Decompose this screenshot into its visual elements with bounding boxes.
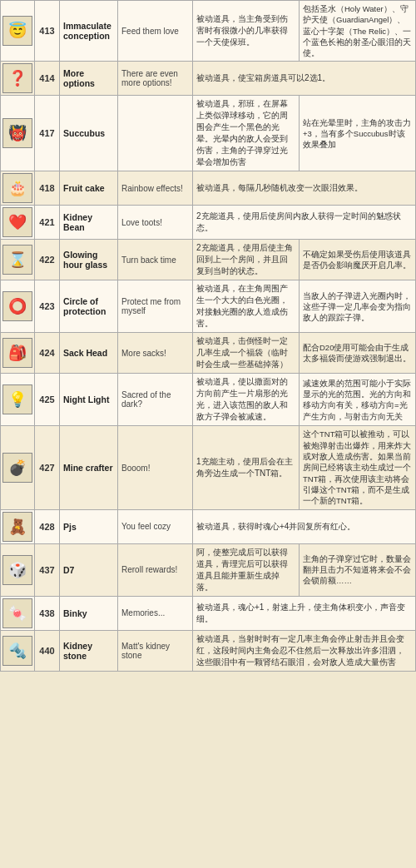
item-en-desc: More sacks!: [118, 333, 193, 374]
item-id: 422: [35, 240, 60, 280]
item-en-desc: You feel cozy: [118, 509, 193, 543]
item-cn-desc: 2充能道具，使用后使主角回到上一个房间，并且回复到当时的状态。: [193, 240, 300, 280]
item-icon: 🎲: [1, 543, 35, 596]
item-name: Fruit cake: [60, 171, 118, 206]
table-row: 🔩 440 Kidney stone Matt's kidney stone 被…: [1, 630, 416, 671]
item-icon: 🍬: [1, 596, 35, 630]
item-en-desc: Turn back time: [118, 240, 193, 280]
item-id: 438: [35, 596, 60, 630]
table-row: ❓ 414 More options There are even more o…: [1, 62, 416, 96]
item-icon: 🎒: [1, 333, 35, 374]
item-id: 418: [35, 171, 60, 206]
item-note: 包括圣水（Holy Water）、守护天使（GuardianAngel）、蓝心十…: [300, 1, 416, 62]
item-cn-desc: 1充能主动，使用后会在主角旁边生成一个TNT箱。: [193, 426, 300, 509]
item-name: Immaculate conception: [60, 1, 118, 62]
item-icon: ⌛: [1, 240, 35, 280]
item-cn-desc: 被动道具，当射时时有一定几率主角会停止射击并且会变红，这段时间内主角会忍不住然后…: [193, 630, 416, 671]
item-id: 423: [35, 280, 60, 333]
item-name: Kidney stone: [60, 630, 118, 671]
item-cn-desc: 被动道具，使宝箱房道具可以2选1。: [193, 62, 416, 96]
item-en-desc: Booom!: [118, 426, 193, 509]
item-note: 不确定如果受伤后使用该道具是否仍会影响魔厌开启几率。: [300, 240, 416, 280]
item-note: 配合D20使用可能会由于生成太多福袋而使游戏强制退出。: [300, 333, 416, 374]
item-cn-desc: 2充能道具，使用后使房间内敌人获得一定时间的魅惑状态。: [193, 206, 416, 240]
item-icon: 💣: [1, 426, 35, 509]
item-name: Sack Head: [60, 333, 118, 374]
item-name: Pjs: [60, 509, 118, 543]
item-name: D7: [60, 543, 118, 596]
item-en-desc: Rainbow effects!: [118, 171, 193, 206]
table-row: 🧸 428 Pjs You feel cozy 被动道具，获得时魂心+4并回复所…: [1, 509, 416, 543]
item-cn-desc: 被动道具，使以撒面对的方向前产生一片扇形的光光，进入该范围的敌人和敌方子弹会被减…: [193, 374, 300, 426]
item-icon: 🎂: [1, 171, 35, 206]
item-cn-desc: 阿，使整完成后可以获得道具，青理完后可以获得道具且能并重新生成掉落。: [193, 543, 300, 596]
items-table: 😇 413 Immaculate conception Feed them lo…: [0, 0, 416, 672]
item-cn-desc: 被动道具，魂心+1，射速上升，使主角体积变小，声音变细。: [193, 596, 416, 630]
item-note: 减速效果的范围可能小于实际显示的光的范围。光的方向和移动方向有关，移动方向=光产…: [300, 374, 416, 426]
table-row: 🍬 438 Binky Memories... 被动道具，魂心+1，射速上升，使…: [1, 596, 416, 630]
table-row: 💣 427 Mine crafter Booom! 1充能主动，使用后会在主角旁…: [1, 426, 416, 509]
table-row: ⭕ 423 Circle of protection Protect me fr…: [1, 280, 416, 333]
item-cn-desc: 被动道具，当主角受到伤害时有很微小的几率获得一个天使保班。: [193, 1, 300, 62]
item-en-desc: Sacred of the dark?: [118, 374, 193, 426]
item-id: 437: [35, 543, 60, 596]
item-name: Binky: [60, 596, 118, 630]
item-id: 414: [35, 62, 60, 96]
item-id: 427: [35, 426, 60, 509]
item-cn-desc: 被动道具，邪班，在屏幕上类似弹球移动，它的周围会产生一个黑色的光晕。光晕内的敌人…: [193, 96, 300, 171]
item-id: 424: [35, 333, 60, 374]
item-icon: ⭕: [1, 280, 35, 333]
item-note: 站在光晕里时，主角的攻击力+3，当有多个Succubus时该效果叠加: [300, 96, 416, 171]
item-icon: 💡: [1, 374, 35, 426]
item-en-desc: Love toots!: [118, 206, 193, 240]
table-row: ❤️ 421 Kidney Bean Love toots! 2充能道具，使用后…: [1, 206, 416, 240]
item-cn-desc: 被动道具，击倒怪时一定几率生成一个福袋（临时时会生成一些基础掉落）: [193, 333, 300, 374]
item-en-desc: Reroll rewards!: [118, 543, 193, 596]
item-id: 417: [35, 96, 60, 171]
item-note: 当敌人的子弹进入光圈内时，这些子弹一定几率会变为指向敌人的跟踪子弹。: [300, 280, 416, 333]
item-name: Succubus: [60, 96, 118, 171]
item-cn-desc: 被动道具，每隔几秒随机改变一次眼泪效果。: [193, 171, 416, 206]
table-row: 💡 425 Night Light Sacred of the dark? 被动…: [1, 374, 416, 426]
item-en-desc: There are even more options!: [118, 62, 193, 96]
item-id: 440: [35, 630, 60, 671]
item-id: 421: [35, 206, 60, 240]
item-en-desc: Feed them love: [118, 1, 193, 62]
item-name: Glowing hour glass: [60, 240, 118, 280]
item-name: Circle of protection: [60, 280, 118, 333]
item-en-desc: Protect me from myself: [118, 280, 193, 333]
item-icon: ❤️: [1, 206, 35, 240]
item-name: More options: [60, 62, 118, 96]
item-en-desc: Matt's kidney stone: [118, 630, 193, 671]
table-row: 🎲 437 D7 Reroll rewards! 阿，使整完成后可以获得道具，青…: [1, 543, 416, 596]
item-id: 428: [35, 509, 60, 543]
item-name: Mine crafter: [60, 426, 118, 509]
item-name: Night Light: [60, 374, 118, 426]
item-cn-desc: 被动道具，获得时魂心+4并回复所有红心。: [193, 509, 416, 543]
item-icon: 🧸: [1, 509, 35, 543]
table-row: 🎒 424 Sack Head More sacks! 被动道具，击倒怪时一定几…: [1, 333, 416, 374]
table-row: 😇 413 Immaculate conception Feed them lo…: [1, 1, 416, 62]
item-icon: 😇: [1, 1, 35, 62]
item-id: 413: [35, 1, 60, 62]
item-id: 425: [35, 374, 60, 426]
item-name: Kidney Bean: [60, 206, 118, 240]
item-icon: 🔩: [1, 630, 35, 671]
item-note: 这个TNT箱可以被推动，可以被炮弹射击出爆炸，用来炸大或对敌人造成伤害。如果当前…: [300, 426, 416, 509]
item-icon: 👹: [1, 96, 35, 171]
item-note: 主角的子弹穿过它时，数量会翻并且击力不知道将来会不会会锁前额……: [300, 543, 416, 596]
item-cn-desc: 被动道具，在主角周围产生一个大大的白色光圈，对接触光圈的敌人造成伤害。: [193, 280, 300, 333]
table-row: 🎂 418 Fruit cake Rainbow effects! 被动道具，每…: [1, 171, 416, 206]
table-row: ⌛ 422 Glowing hour glass Turn back time …: [1, 240, 416, 280]
table-row: 👹 417 Succubus 被动道具，邪班，在屏幕上类似弹球移动，它的周围会产…: [1, 96, 416, 171]
item-en-desc: [118, 96, 193, 171]
item-en-desc: Memories...: [118, 596, 193, 630]
item-icon: ❓: [1, 62, 35, 96]
